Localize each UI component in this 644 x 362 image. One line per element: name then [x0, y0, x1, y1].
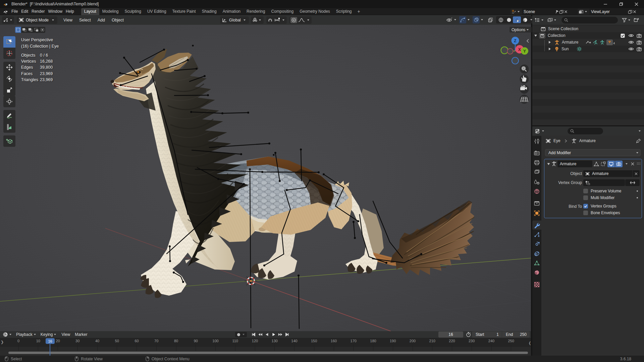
svg-text:Z: Z	[514, 39, 516, 43]
svg-text:X: X	[518, 47, 521, 52]
svg-text:Y: Y	[523, 49, 526, 54]
